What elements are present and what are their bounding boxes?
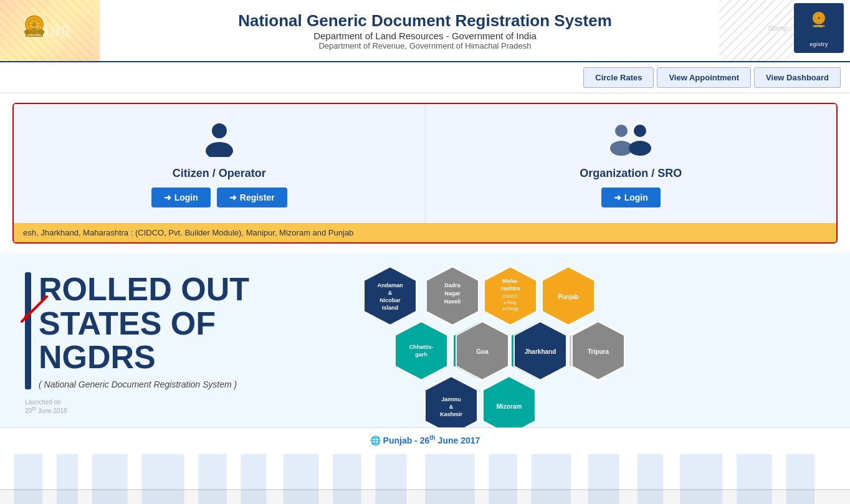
hex-item-tripura[interactable]: Tripura [571,320,626,381]
hex-item-mizoram[interactable]: Mizoram [482,375,537,427]
org-title: Organization / SRO [580,167,682,180]
hex-item-punjab[interactable]: Punjab [541,265,596,326]
launch-date-hint: Launched on29th June 2018 [25,399,249,414]
heading-line1: ROLLED OUT [39,272,249,307]
rolled-out-bar: ROLLED OUT STATES OF NGDRS ( National Ge… [25,272,249,389]
bottom-ticker-text2: June 2017 [436,435,480,445]
ticker-superscript: th [429,434,435,441]
svg-text:Nicobar: Nicobar [380,297,401,303]
org-btn-group: ➜ Login [601,188,661,207]
svg-text:Dadra: Dadra [444,282,461,288]
svg-text:Haveli: Haveli [444,298,461,305]
svg-marker-58 [395,321,447,380]
svg-marker-68 [364,267,416,325]
svg-point-42 [634,125,646,137]
hex-row-goa: Goa Jharkhand Tripura [455,320,626,381]
hex-item-dadra[interactable]: Dadra Nagar Haveli [425,265,480,326]
red-arrow-icon [16,290,53,328]
site-title: National Generic Document Registration S… [238,11,612,31]
svg-text:Jharkhand: Jharkhand [525,348,556,355]
heading-line2: STATES OF [39,307,249,341]
footer: Digital India Power To Empower NIC एन.आई… [0,489,850,504]
login-boxes-inner: Citizen / Operator ➜ Login ➜ Register [14,104,836,223]
hex-item-andaman[interactable]: Andaman & Nicobar Island [363,265,418,326]
heading-line3: NGDRS [39,340,249,374]
person-icon [201,120,238,157]
svg-text:Island: Island [382,305,398,311]
hex-row-1: Dadra Nagar Haveli Maha- rashtra (CIDCO,… [425,265,596,326]
svg-point-38 [212,123,227,138]
svg-text:Andaman: Andaman [377,282,403,288]
svg-text:rashtra: rashtra [501,285,521,292]
svg-text:Mizoram: Mizoram [497,403,522,410]
hex-item-jk[interactable]: Jammu & Kashmir [424,375,479,427]
site-subtitle2: Department of Revenue, Government of Him… [238,41,612,50]
login-section-wrapper: Citizen / Operator ➜ Login ➜ Register [12,103,838,244]
svg-text:सत्यमेव जयते: सत्यमेव जयते [814,25,824,27]
spacer [0,452,850,489]
hex-item-goa[interactable]: Goa [455,320,510,381]
bottom-ticker-bar: 🌐 Punjab - 26th June 2017 [0,427,850,452]
header-right-logos: Stamp सत्यमेव जयते egistry [768,3,844,53]
ticker-text: esh, Jharkhand, Maharashtra : (CIDCO, Pv… [23,228,353,237]
group-icon [609,120,652,157]
rolled-out-heading: ROLLED OUT STATES OF NGDRS [39,272,249,374]
login-arrow-icon: ➜ [164,193,171,202]
svg-marker-83 [483,376,535,427]
svg-point-43 [629,141,651,156]
org-login-arrow-icon: ➜ [614,193,621,202]
citizen-icon [201,120,238,159]
navbar: Circle Rates View Appointment View Dashb… [0,62,850,93]
registry-emblem: सत्यमेव जयते [803,9,834,40]
svg-point-39 [206,142,233,157]
svg-text:Tripura: Tripura [588,348,609,355]
hex-map-section: Dadra Nagar Haveli Maha- rashtra (CIDCO,… [262,253,850,427]
svg-text:Goa: Goa [476,348,489,355]
org-login-box: Organization / SRO ➜ Login [426,104,837,223]
svg-text:Jammu: Jammu [441,396,461,402]
org-login-button[interactable]: ➜ Login [601,188,661,207]
svg-text:&: & [449,404,454,410]
svg-text:Maha-: Maha- [502,278,518,284]
svg-text:&: & [388,290,393,296]
stamp-text: Stamp [768,24,788,32]
circle-rates-button[interactable]: Circle Rates [583,67,654,88]
hex-grid-container: Dadra Nagar Haveli Maha- rashtra (CIDCO,… [363,265,749,415]
hex-row-bottom: Jammu & Kashmir Mizoram [424,375,537,427]
svg-text:garh: garh [415,351,427,358]
citizen-btn-group: ➜ Login ➜ Register [151,188,287,207]
svg-text:e-Filing): e-Filing) [502,307,518,311]
citizen-register-label: Register [240,193,275,202]
svg-text:Chhattis-: Chhattis- [409,344,434,350]
hex-item-chhattisgarh[interactable]: Chhattis- garh [394,320,449,381]
citizen-title: Citizen / Operator [173,167,266,180]
rolled-out-section: ROLLED OUT STATES OF NGDRS ( National Ge… [0,253,262,427]
citizen-login-label: Login [174,193,198,202]
org-icon [609,120,652,159]
site-subtitle1: Department of Land Resources - Governmen… [238,31,612,41]
citizen-register-button[interactable]: ➜ Register [217,188,287,207]
hex-item-jharkhand[interactable]: Jharkhand [513,320,568,381]
org-login-label: Login [624,193,648,202]
hex-item-maharashtra[interactable]: Maha- rashtra (CIDCO, e-Reg, e-Filing) [483,265,538,326]
svg-point-40 [615,125,628,137]
registry-logo: सत्यमेव जयते egistry [794,3,844,53]
bottom-ticker-text: Punjab - 26 [383,435,430,445]
hex-row-3-left: Andaman & Nicobar Island [363,265,418,326]
svg-text:Kashmir: Kashmir [440,411,463,417]
svg-text:e-Reg,: e-Reg, [504,300,517,305]
view-appointment-button[interactable]: View Appointment [657,67,751,88]
svg-text:Nagar: Nagar [444,290,461,297]
header-title-block: National Generic Document Registration S… [238,11,612,50]
ticker-bar: esh, Jharkhand, Maharashtra : (CIDCO, Pv… [14,223,836,242]
main-content: ROLLED OUT STATES OF NGDRS ( National Ge… [0,253,850,427]
svg-text:Punjab: Punjab [558,293,578,300]
header: सत्यमेव जयते ₹100 National Generic Docum… [0,0,850,62]
rolled-out-subtext: ( National Generic Document Registration… [39,379,249,389]
view-dashboard-button[interactable]: View Dashboard [754,67,841,88]
svg-text:(CIDCO,: (CIDCO, [502,294,519,299]
citizen-login-box: Citizen / Operator ➜ Login ➜ Register [14,104,426,223]
red-arrow-indicator [16,290,53,330]
citizen-login-button[interactable]: ➜ Login [151,188,211,207]
currency-bg: ₹100 [0,0,100,61]
